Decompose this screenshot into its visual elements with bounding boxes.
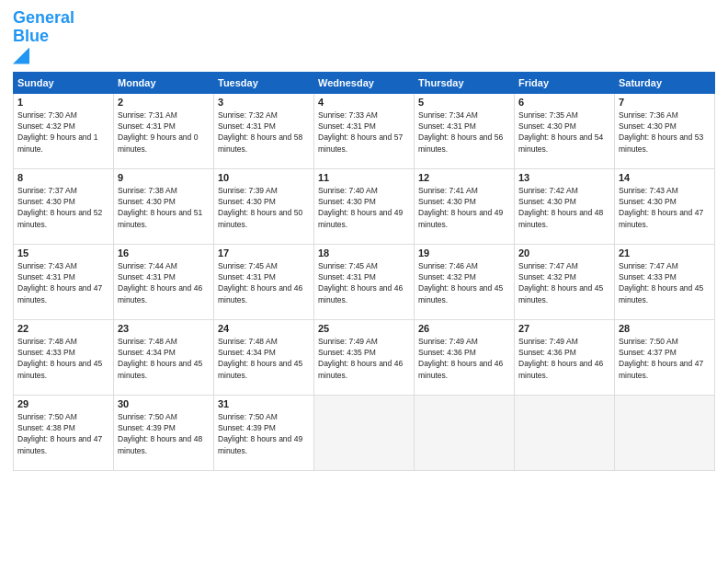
day-number: 24 bbox=[218, 323, 310, 334]
sunrise-label: Sunrise: 7:49 AM bbox=[418, 337, 478, 346]
sunset-label: Sunset: 4:33 PM bbox=[17, 348, 75, 357]
calendar-day-cell: 8 Sunrise: 7:37 AM Sunset: 4:30 PM Dayli… bbox=[14, 168, 114, 244]
sunset-label: Sunset: 4:30 PM bbox=[218, 197, 276, 206]
sunset-label: Sunset: 4:33 PM bbox=[619, 272, 677, 282]
day-number: 10 bbox=[218, 172, 310, 183]
day-info: Sunrise: 7:45 AM Sunset: 4:31 PM Dayligh… bbox=[218, 260, 310, 305]
day-number: 21 bbox=[619, 247, 711, 259]
day-number: 19 bbox=[418, 247, 510, 259]
daylight-label: Daylight: 8 hours and 45 minutes. bbox=[17, 359, 102, 379]
calendar-day-cell: 7 Sunrise: 7:36 AM Sunset: 4:30 PM Dayli… bbox=[615, 93, 715, 168]
day-number: 31 bbox=[218, 398, 310, 409]
daylight-label: Daylight: 8 hours and 46 minutes. bbox=[118, 283, 202, 304]
day-info: Sunrise: 7:47 AM Sunset: 4:32 PM Dayligh… bbox=[518, 260, 610, 305]
calendar-day-cell: 30 Sunrise: 7:50 AM Sunset: 4:39 PM Dayl… bbox=[114, 395, 214, 470]
sunset-label: Sunset: 4:37 PM bbox=[619, 348, 677, 357]
daylight-label: Daylight: 8 hours and 49 minutes. bbox=[318, 208, 403, 228]
calendar-day-cell: 13 Sunrise: 7:42 AM Sunset: 4:30 PM Dayl… bbox=[515, 168, 615, 244]
day-number: 15 bbox=[17, 247, 109, 259]
header: General Blue bbox=[13, 9, 715, 64]
daylight-label: Daylight: 8 hours and 57 minutes. bbox=[318, 132, 403, 153]
daylight-label: Daylight: 8 hours and 52 minutes. bbox=[17, 208, 102, 228]
day-number: 13 bbox=[518, 172, 610, 183]
daylight-label: Daylight: 8 hours and 45 minutes. bbox=[518, 283, 603, 304]
day-info: Sunrise: 7:49 AM Sunset: 4:36 PM Dayligh… bbox=[518, 336, 610, 381]
sunrise-label: Sunrise: 7:50 AM bbox=[17, 412, 77, 421]
daylight-label: Daylight: 8 hours and 45 minutes. bbox=[619, 283, 703, 304]
day-info: Sunrise: 7:44 AM Sunset: 4:31 PM Dayligh… bbox=[118, 260, 210, 305]
day-info: Sunrise: 7:49 AM Sunset: 4:35 PM Dayligh… bbox=[318, 336, 410, 381]
day-number: 26 bbox=[418, 323, 510, 334]
sunset-label: Sunset: 4:36 PM bbox=[418, 348, 476, 357]
calendar-day-cell: 1 Sunrise: 7:30 AM Sunset: 4:32 PM Dayli… bbox=[14, 93, 114, 168]
calendar-day-cell bbox=[415, 395, 515, 470]
daylight-label: Daylight: 8 hours and 45 minutes. bbox=[218, 359, 302, 379]
sunrise-label: Sunrise: 7:37 AM bbox=[17, 186, 77, 195]
sunset-label: Sunset: 4:30 PM bbox=[619, 197, 677, 206]
daylight-label: Daylight: 8 hours and 45 minutes. bbox=[418, 283, 503, 304]
sunrise-label: Sunrise: 7:48 AM bbox=[17, 337, 77, 346]
day-number: 23 bbox=[118, 323, 210, 334]
calendar-day-cell: 5 Sunrise: 7:34 AM Sunset: 4:31 PM Dayli… bbox=[415, 93, 515, 168]
day-info: Sunrise: 7:43 AM Sunset: 4:30 PM Dayligh… bbox=[619, 185, 711, 230]
sunrise-label: Sunrise: 7:38 AM bbox=[118, 186, 177, 195]
calendar-day-cell: 19 Sunrise: 7:46 AM Sunset: 4:32 PM Dayl… bbox=[415, 244, 515, 319]
day-info: Sunrise: 7:50 AM Sunset: 4:39 PM Dayligh… bbox=[118, 411, 210, 456]
sunrise-label: Sunrise: 7:47 AM bbox=[518, 261, 578, 270]
day-info: Sunrise: 7:48 AM Sunset: 4:34 PM Dayligh… bbox=[118, 336, 210, 381]
sunrise-label: Sunrise: 7:48 AM bbox=[218, 337, 278, 346]
day-number: 28 bbox=[619, 323, 711, 334]
day-of-week-header: Monday bbox=[114, 72, 214, 93]
calendar-day-cell: 18 Sunrise: 7:45 AM Sunset: 4:31 PM Dayl… bbox=[314, 244, 415, 319]
day-info: Sunrise: 7:48 AM Sunset: 4:34 PM Dayligh… bbox=[218, 336, 310, 381]
daylight-label: Daylight: 8 hours and 49 minutes. bbox=[218, 434, 302, 454]
day-of-week-header: Friday bbox=[515, 72, 615, 93]
sunset-label: Sunset: 4:31 PM bbox=[17, 272, 75, 282]
daylight-label: Daylight: 8 hours and 46 minutes. bbox=[218, 283, 302, 304]
sunset-label: Sunset: 4:31 PM bbox=[318, 121, 376, 131]
calendar-day-cell bbox=[515, 395, 615, 470]
daylight-label: Daylight: 8 hours and 46 minutes. bbox=[318, 359, 403, 379]
sunset-label: Sunset: 4:31 PM bbox=[318, 272, 376, 282]
daylight-label: Daylight: 8 hours and 48 minutes. bbox=[518, 208, 603, 228]
calendar-day-cell: 29 Sunrise: 7:50 AM Sunset: 4:38 PM Dayl… bbox=[14, 395, 114, 470]
calendar-week-row: 29 Sunrise: 7:50 AM Sunset: 4:38 PM Dayl… bbox=[14, 395, 715, 470]
calendar-week-row: 8 Sunrise: 7:37 AM Sunset: 4:30 PM Dayli… bbox=[14, 168, 715, 244]
day-of-week-header: Tuesday bbox=[214, 72, 314, 93]
sunrise-label: Sunrise: 7:45 AM bbox=[218, 261, 278, 270]
calendar-day-cell: 15 Sunrise: 7:43 AM Sunset: 4:31 PM Dayl… bbox=[14, 244, 114, 319]
calendar-day-cell: 25 Sunrise: 7:49 AM Sunset: 4:35 PM Dayl… bbox=[314, 319, 415, 395]
sunrise-label: Sunrise: 7:45 AM bbox=[318, 261, 378, 270]
daylight-label: Daylight: 8 hours and 54 minutes. bbox=[518, 132, 603, 153]
sunset-label: Sunset: 4:32 PM bbox=[518, 272, 576, 282]
day-number: 17 bbox=[218, 247, 310, 259]
day-info: Sunrise: 7:36 AM Sunset: 4:30 PM Dayligh… bbox=[619, 109, 711, 155]
day-number: 25 bbox=[318, 323, 410, 334]
day-info: Sunrise: 7:50 AM Sunset: 4:38 PM Dayligh… bbox=[17, 411, 109, 456]
calendar-day-cell: 28 Sunrise: 7:50 AM Sunset: 4:37 PM Dayl… bbox=[615, 319, 715, 395]
daylight-label: Daylight: 8 hours and 46 minutes. bbox=[418, 359, 503, 379]
calendar-day-cell bbox=[615, 395, 715, 470]
day-number: 18 bbox=[318, 247, 410, 259]
daylight-label: Daylight: 8 hours and 48 minutes. bbox=[118, 434, 202, 454]
calendar-week-row: 1 Sunrise: 7:30 AM Sunset: 4:32 PM Dayli… bbox=[14, 93, 715, 168]
day-info: Sunrise: 7:47 AM Sunset: 4:33 PM Dayligh… bbox=[619, 260, 711, 305]
day-info: Sunrise: 7:33 AM Sunset: 4:31 PM Dayligh… bbox=[318, 109, 410, 155]
day-number: 8 bbox=[17, 172, 109, 183]
day-info: Sunrise: 7:43 AM Sunset: 4:31 PM Dayligh… bbox=[17, 260, 109, 305]
sunset-label: Sunset: 4:34 PM bbox=[118, 348, 176, 357]
calendar-day-cell: 16 Sunrise: 7:44 AM Sunset: 4:31 PM Dayl… bbox=[114, 244, 214, 319]
daylight-label: Daylight: 8 hours and 47 minutes. bbox=[619, 359, 703, 379]
day-number: 5 bbox=[418, 97, 510, 108]
calendar-day-cell: 27 Sunrise: 7:49 AM Sunset: 4:36 PM Dayl… bbox=[515, 319, 615, 395]
sunrise-label: Sunrise: 7:44 AM bbox=[118, 261, 177, 270]
day-info: Sunrise: 7:31 AM Sunset: 4:31 PM Dayligh… bbox=[118, 109, 210, 155]
day-info: Sunrise: 7:32 AM Sunset: 4:31 PM Dayligh… bbox=[218, 109, 310, 155]
day-info: Sunrise: 7:34 AM Sunset: 4:31 PM Dayligh… bbox=[418, 109, 510, 155]
calendar-day-cell: 6 Sunrise: 7:35 AM Sunset: 4:30 PM Dayli… bbox=[515, 93, 615, 168]
sunrise-label: Sunrise: 7:47 AM bbox=[619, 261, 678, 270]
calendar-table: SundayMondayTuesdayWednesdayThursdayFrid… bbox=[13, 72, 715, 471]
day-number: 7 bbox=[619, 97, 711, 108]
day-number: 16 bbox=[118, 247, 210, 259]
sunrise-label: Sunrise: 7:32 AM bbox=[218, 110, 278, 120]
